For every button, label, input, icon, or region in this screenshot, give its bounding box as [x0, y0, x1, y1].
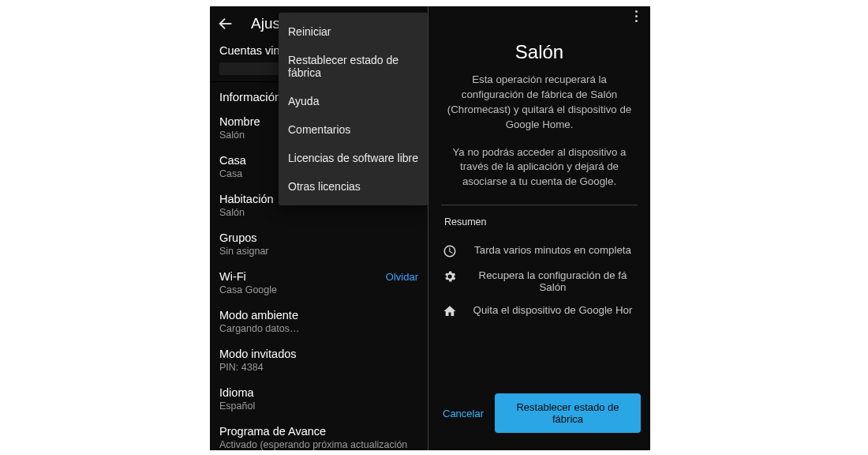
- groups-value: Sin asignar: [219, 245, 269, 258]
- menu-factory-reset[interactable]: Restablecer estado de fábrica: [279, 46, 428, 87]
- ambient-value: Cargando datos…: [219, 322, 299, 336]
- dialog-description-2: Ya no podrás acceder al dispositivo a tr…: [440, 145, 639, 190]
- menu-feedback[interactable]: Comentarios: [279, 115, 428, 144]
- ambient-title: Modo ambiente: [219, 308, 299, 322]
- summary-time-row: Tarda varios minutos en completa: [440, 239, 639, 264]
- cancel-button[interactable]: Cancelar: [438, 400, 488, 427]
- room-title: Habitación: [219, 192, 274, 206]
- language-title: Idioma: [219, 385, 255, 400]
- language-row[interactable]: Idioma Español: [210, 379, 428, 418]
- guest-mode-row[interactable]: Modo invitados PIN: 4384: [210, 340, 428, 379]
- overflow-icon[interactable]: [628, 8, 644, 24]
- wifi-forget-link[interactable]: Olvidar: [386, 269, 418, 283]
- preview-program-row[interactable]: Programa de Avance Activado (esperando p…: [210, 418, 428, 450]
- menu-restart[interactable]: Reiniciar: [279, 17, 428, 46]
- wifi-row[interactable]: Wi-Fi Casa Google Olvidar: [210, 263, 428, 302]
- summary-gear-text: Recupera la configuración de fá Salón: [468, 269, 638, 293]
- gear-icon: [443, 269, 457, 284]
- room-value: Salón: [219, 206, 274, 220]
- house-icon: [443, 304, 457, 318]
- device-name-title: Nombre: [219, 115, 260, 129]
- clock-icon: [443, 244, 457, 258]
- dialog-description-1: Esta operación recuperará la configuraci…: [440, 73, 639, 133]
- menu-help[interactable]: Ayuda: [279, 87, 428, 115]
- factory-reset-button[interactable]: Restablecer estado de fábrica: [495, 393, 641, 433]
- home-value: Casa: [219, 167, 246, 181]
- summary-home-row: Quita el dispositivo de Google Hor: [440, 299, 639, 324]
- wifi-value: Casa Google: [219, 284, 277, 297]
- home-title: Casa: [219, 153, 246, 167]
- preview-title: Programa de Avance: [219, 424, 418, 438]
- summary-gear-row: Recupera la configuración de fá Salón: [440, 264, 639, 299]
- back-arrow-icon[interactable]: [216, 14, 235, 33]
- summary-house-text: Quita el dispositivo de Google Hor: [468, 304, 638, 316]
- language-value: Español: [219, 400, 255, 413]
- settings-screen: Ajustes Cuentas vinculadas Información d…: [210, 6, 428, 450]
- ambient-mode-row[interactable]: Modo ambiente Cargando datos…: [210, 302, 428, 340]
- divider: [441, 205, 638, 205]
- dialog-button-row: Cancelar Restablecer estado de fábrica: [428, 393, 650, 433]
- overflow-menu: Reiniciar Restablecer estado de fábrica …: [279, 13, 428, 205]
- guest-title: Modo invitados: [219, 347, 297, 361]
- preview-value: Activado (esperando próxima actualizació…: [219, 438, 418, 450]
- groups-title: Grupos: [219, 231, 269, 245]
- summary-header: Resumen: [444, 216, 639, 228]
- wifi-title: Wi-Fi: [219, 269, 277, 284]
- device-name-value: Salón: [219, 129, 260, 142]
- factory-reset-dialog: Salón Esta operación recuperará la confi…: [428, 6, 650, 450]
- guest-value: PIN: 4384: [219, 361, 297, 374]
- dialog-title: Salón: [440, 41, 639, 63]
- menu-oss-licenses[interactable]: Licencias de software libre: [279, 144, 428, 172]
- summary-time-text: Tarda varios minutos en completa: [468, 244, 638, 256]
- groups-row[interactable]: Grupos Sin asignar: [210, 224, 428, 263]
- menu-other-licenses[interactable]: Otras licencias: [279, 172, 428, 201]
